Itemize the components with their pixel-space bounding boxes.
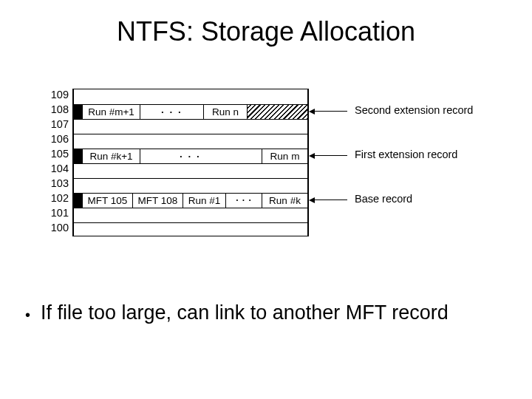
row-num-103: 103	[51, 177, 69, 189]
dots-icon: · · ·	[226, 193, 262, 208]
arrow-icon	[310, 111, 347, 112]
record-105: Run #k+1 · · · Run m	[74, 149, 307, 163]
black-tab	[74, 149, 83, 163]
cell-run-k1: Run #k+1	[83, 149, 140, 163]
black-tab	[74, 193, 83, 208]
cell-run-1: Run #1	[183, 193, 226, 208]
row-num-106: 106	[51, 133, 69, 145]
dots-icon: · · ·	[140, 149, 240, 163]
row-num-107: 107	[51, 118, 69, 130]
arrow-icon	[310, 200, 347, 200]
arrow-icon	[310, 155, 347, 156]
bullet-dot-icon: •	[25, 301, 30, 328]
row-num-108: 108	[51, 103, 69, 115]
mft-diagram: 109 108 107 106 105 104 103 102 101 100	[44, 89, 488, 248]
row-num-104: 104	[51, 163, 69, 174]
dots-icon: · · ·	[140, 104, 203, 119]
cell-mft-105: MFT 105	[83, 193, 133, 208]
record-108: Run #m+1 · · · Run n	[74, 104, 307, 119]
mft-grid: Run #m+1 · · · Run n Run #k+1 · · · Run …	[72, 89, 309, 236]
hatched-region	[248, 104, 308, 119]
label-first-ext: First extension record	[355, 149, 457, 160]
label-base: Base record	[355, 193, 412, 205]
cell-run-m1: Run #m+1	[83, 104, 140, 119]
label-second-ext: Second extension record	[355, 104, 473, 116]
bullet-list: • If file too large, can link to another…	[25, 301, 502, 328]
row-num-101: 101	[51, 207, 69, 219]
bullet-item: • If file too large, can link to another…	[25, 301, 502, 328]
black-tab	[74, 104, 83, 119]
slide-title: NTFS: Storage Allocation	[0, 16, 532, 47]
row-num-100: 100	[51, 222, 69, 233]
cell-run-m: Run m	[262, 149, 307, 163]
cell-run-k: Run #k	[262, 193, 307, 208]
cell-mft-108: MFT 108	[133, 193, 183, 208]
record-102: MFT 105 MFT 108 Run #1 · · · Run #k	[74, 193, 307, 208]
row-num-109: 109	[51, 89, 69, 100]
cell-run-n: Run n	[203, 104, 248, 119]
row-num-102: 102	[51, 192, 69, 204]
row-num-105: 105	[51, 148, 69, 160]
bullet-text: If file too large, can link to another M…	[41, 301, 449, 324]
slide: NTFS: Storage Allocation 109 108 107 106…	[0, 0, 532, 399]
